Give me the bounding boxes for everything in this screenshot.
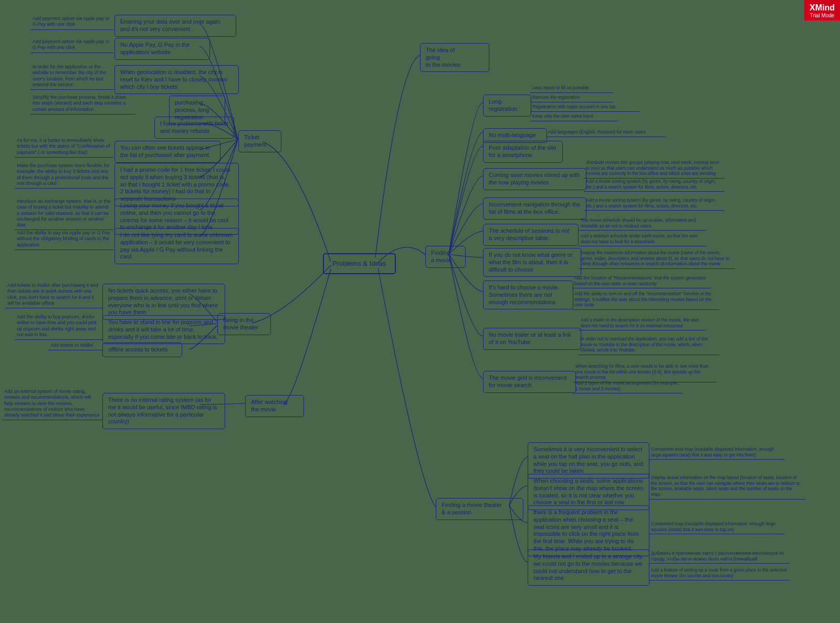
being-leaf: Add the ability to buy popcorn, drinks o…	[15, 314, 103, 340]
ticket-leaf: As for me, it is better to immediately s…	[15, 138, 113, 158]
fm-child-recs[interactable]: It's hard to choose a movie. Sometimes t…	[483, 281, 573, 309]
after-leaf: Add an internal system of movie rating, …	[2, 389, 103, 420]
fm-child-trailer[interactable]: No movie trailer or at least a link of i…	[483, 328, 581, 350]
fm-child-schedule[interactable]: The schedule of sessions is not a very d…	[483, 224, 579, 246]
ticket-leaf: In order for the application or the webs…	[30, 64, 113, 90]
ticket-child[interactable]: No Apple Pay, G Pay in the application/ …	[114, 38, 210, 60]
ft-child[interactable]: Sometimes it is very inconvenient to sel…	[528, 442, 649, 479]
fm-leaf: Display the maximum information about th…	[579, 250, 735, 269]
fm-child-reg[interactable]: Long registration	[483, 95, 531, 117]
fm-leaf: Keep only the user name input	[530, 113, 618, 121]
fm-leaf: Add the ability to turn on and off the "…	[572, 291, 719, 310]
fm-leaf: Add a movie sorting system (by genre, by…	[584, 198, 724, 211]
ft-leaf: Add a feature of setting up a route from…	[649, 567, 790, 580]
ticket-child[interactable]: When geolocation is disabled, the city i…	[114, 65, 239, 94]
ft-leaf: Convenient seat map (readable displayed …	[649, 447, 784, 460]
ticket-child[interactable]: I have problems with ticket and money re…	[154, 117, 234, 139]
branch-idea[interactable]: The idea of going to the movies	[420, 43, 489, 72]
fm-leaf: In order not to overload the application…	[579, 336, 719, 355]
ft-child[interactable]: When choosing a seats, some applications…	[528, 474, 649, 510]
after-child[interactable]: There is no internal rating system (as f…	[102, 393, 225, 429]
fm-child-adapt[interactable]: Poor adaptation of the site for a smartp…	[483, 141, 563, 163]
fm-leaf: Registration with Apple account in one t…	[530, 104, 639, 112]
ticket-child[interactable]: Entering your data over and over again a…	[114, 15, 236, 37]
being-leaf: Add tickets to Wallet	[48, 342, 102, 350]
ft-leaf: Convenient map (readable displayed infor…	[649, 521, 784, 534]
ticket-child[interactable]: I do not like tying my card to some unkn…	[114, 228, 239, 264]
ft-child[interactable]: there is a frequent problem in the appli…	[528, 505, 649, 556]
branch-after[interactable]: After watching the movie	[245, 395, 304, 417]
being-child[interactable]: You have to stand in line for popcorn an…	[102, 315, 225, 344]
fm-leaf: Add a session schedule under each movie,…	[579, 233, 706, 246]
fm-leaf: distribute movies into groups (playing n…	[584, 160, 724, 179]
fm-leaf: Add 2 types of the movie arrangement (fo…	[573, 380, 682, 393]
ticket-leaf: Simplify the purchase process, break it …	[30, 95, 135, 115]
branch-finding-movie[interactable]: Finding a movie	[425, 246, 466, 268]
ticket-leaf: Make the purchase system more flexible, …	[15, 163, 113, 189]
ticket-leaf: Add payment option via Apple pay or G Pa…	[30, 16, 113, 30]
ticket-child[interactable]: You can often see tickets appear in the …	[114, 141, 220, 163]
branch-being[interactable]: Being in the movie theater	[217, 313, 271, 335]
fm-leaf: When searching for films, a user needs t…	[573, 364, 717, 382]
ticket-leaf: Add the ability to pay via Apple pay or …	[15, 230, 113, 250]
fm-leaf: Add the function of "Recommendations" th…	[572, 275, 710, 288]
fm-leaf: Add a movie sorting system (by genre, by…	[584, 179, 724, 192]
watermark-title: XMind	[810, 3, 835, 13]
xmind-watermark: XMind Trial Mode	[804, 0, 840, 20]
fm-leaf: The movie schedule should be up-to-date,…	[579, 217, 706, 231]
branch-ticket[interactable]: Ticket payment	[238, 130, 281, 152]
being-child[interactable]: offline access to tickets	[102, 342, 182, 357]
fm-leaf: Add languages (English, Russian) for mor…	[546, 129, 666, 137]
fm-leaf: Less inputs to fill as possible	[530, 85, 613, 93]
fm-child-genre[interactable]: If you do not know what genre or what th…	[483, 248, 581, 277]
fm-child-coming[interactable]: Coming soon movies mixed up with the now…	[483, 168, 586, 190]
branch-finding-theater[interactable]: Finding a movie theater & a session	[436, 498, 523, 520]
central-topic[interactable]: Problems & Ideas	[323, 253, 396, 274]
ft-child[interactable]: My friends and I ended up in a strange c…	[528, 549, 649, 586]
ticket-leaf: Introduce an exchange system, that is, i…	[15, 199, 113, 230]
ticket-leaf: Add payment option via Apple pay or G Pa…	[30, 39, 113, 53]
watermark-mode: Trial Mode	[810, 13, 835, 18]
fm-child-grid[interactable]: The movie grid is inconvenient for movie…	[483, 371, 576, 393]
fm-child-nav[interactable]: Inconvenient navigation through the list…	[483, 198, 586, 220]
ft-leaf: Display actual information on the map la…	[649, 475, 805, 500]
being-leaf: Add tickets to Wallet after purchasing i…	[5, 283, 103, 308]
ft-leaf: Добавить в приложение карту с расположен…	[649, 551, 790, 564]
fm-leaf: Remove the registration	[530, 95, 613, 102]
being-child[interactable]: No tickets quick access, you either have…	[102, 284, 225, 320]
fm-leaf: Add a trailer in the description section…	[579, 317, 706, 330]
